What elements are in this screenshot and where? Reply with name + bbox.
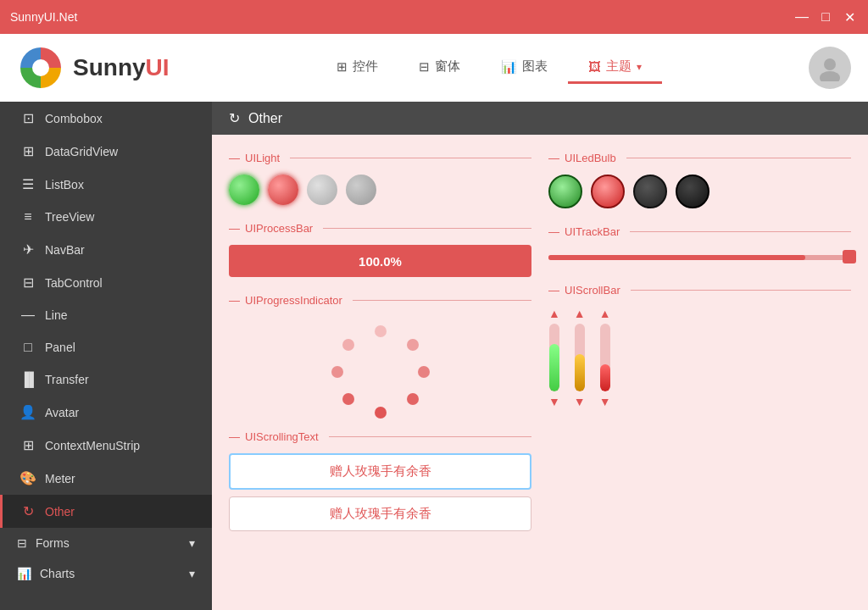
sidebar-group-label: Charts xyxy=(40,567,75,580)
sidebar-item-tabcontrol[interactable]: ⊟ TabControl xyxy=(0,266,212,299)
logo: SunnyUI xyxy=(17,44,170,92)
sidebar-item-treeview[interactable]: ≡ TreeView xyxy=(0,201,212,233)
sidebar-group-charts[interactable]: 📊 Charts ▾ xyxy=(0,558,212,589)
uiscrollingtext-section: UIScrollingText 赠人玫瑰手有余香 赠人玫瑰手有余香 xyxy=(229,430,531,531)
led-dark2 xyxy=(676,175,709,208)
theme-label: 主题 xyxy=(606,58,632,75)
scroll-track-1 xyxy=(549,324,559,391)
process-bar-value: 100.0% xyxy=(359,254,402,269)
forms-chevron-icon: ▾ xyxy=(189,536,195,550)
sidebar-item-meter[interactable]: 🎨 Meter xyxy=(0,462,212,495)
led-red xyxy=(591,175,625,208)
light-gray xyxy=(307,175,337,205)
trackbar-thumb[interactable] xyxy=(843,250,856,263)
sidebar-item-label: Line xyxy=(45,308,67,322)
trackbar-fill xyxy=(548,255,805,260)
sidebar-item-label: ListBox xyxy=(45,178,84,191)
controls-icon: ⊞ xyxy=(337,59,348,75)
led-row xyxy=(548,175,851,208)
tabcontrol-icon: ⊟ xyxy=(19,274,36,291)
scroll-up-arrow-3[interactable]: ▲ xyxy=(599,307,611,320)
sidebar-item-avatar[interactable]: 👤 Avatar xyxy=(0,396,212,429)
nav-tab-charts[interactable]: 📊 图表 xyxy=(481,52,568,84)
uitrackbar-section: UITrackBar xyxy=(548,225,851,267)
uiscrollingtext-title: UIScrollingText xyxy=(229,430,531,443)
scrollbar-group: ▲ ▼ ▲ xyxy=(548,307,851,408)
scroll-fill-2 xyxy=(575,354,585,391)
uiledbulb-section: UILedBulb xyxy=(548,152,851,208)
scroll-fill-1 xyxy=(549,344,559,391)
combobox-icon: ⊡ xyxy=(19,110,36,126)
scrollbar-col-3: ▲ ▼ xyxy=(599,307,611,408)
sidebar-item-listbox[interactable]: ☰ ListBox xyxy=(0,168,212,201)
content-header-title: Other xyxy=(248,111,282,126)
minimize-button[interactable]: — xyxy=(793,9,810,25)
avatar-icon xyxy=(816,54,843,81)
sidebar-item-transfer[interactable]: ▐▌ Transfer xyxy=(0,363,212,396)
forms-label: 窗体 xyxy=(435,58,460,75)
transfer-icon: ▐▌ xyxy=(19,372,36,387)
nav-tab-controls[interactable]: ⊞ 控件 xyxy=(316,52,398,84)
sidebar-item-label: ContextMenuStrip xyxy=(45,439,140,452)
logo-icon xyxy=(17,44,64,92)
svg-point-3 xyxy=(820,71,840,81)
theme-dropdown-icon: ▾ xyxy=(637,61,642,73)
sidebar-group-label: Forms xyxy=(36,536,70,550)
uitrackbar-title: UITrackBar xyxy=(548,225,851,238)
sidebar-item-label: TabControl xyxy=(45,276,103,290)
content-body: UILight UIProcessBar 100.0% xyxy=(212,135,868,548)
maximize-button[interactable]: □ xyxy=(817,9,834,25)
scroll-up-arrow-2[interactable]: ▲ xyxy=(574,307,586,320)
content-header: ↻ Other xyxy=(212,102,868,135)
controls-label: 控件 xyxy=(353,58,378,75)
sidebar-item-navbar[interactable]: ✈ NavBar xyxy=(0,233,212,266)
logo-text-black: Sunny xyxy=(73,54,146,80)
sidebar-group-forms[interactable]: ⊟ Forms ▾ xyxy=(0,528,212,558)
content-header-icon: ↻ xyxy=(229,110,240,126)
panel-icon: □ xyxy=(19,340,36,355)
treeview-icon: ≡ xyxy=(19,209,36,225)
light-red xyxy=(268,175,298,205)
listbox-icon: ☰ xyxy=(19,176,36,192)
led-green xyxy=(548,175,582,208)
sidebar-item-label: Transfer xyxy=(45,373,89,386)
uiprogressindicator-title: UIProgressIndicator xyxy=(229,294,531,307)
scrolling-text-1[interactable]: 赠人玫瑰手有余香 xyxy=(229,453,531,490)
nav-tab-theme[interactable]: 🖼 主题 ▾ xyxy=(568,52,662,84)
uiscrollbar-title: UIScrollBar xyxy=(548,284,851,297)
sidebar-item-label: TreeView xyxy=(45,210,94,224)
sidebar-item-datagridview[interactable]: ⊞ DataGridView xyxy=(0,135,212,168)
process-bar: 100.0% xyxy=(229,245,531,277)
charts-sidebar-icon: 📊 xyxy=(17,567,31,580)
uilight-section: UILight xyxy=(229,152,531,205)
sidebar-item-line[interactable]: — Line xyxy=(0,299,212,331)
trackbar-track xyxy=(548,255,851,260)
other-icon: ↻ xyxy=(19,503,36,519)
sidebar-item-panel[interactable]: □ Panel xyxy=(0,331,212,363)
uiprocessbar-section: UIProcessBar 100.0% xyxy=(229,222,531,277)
svg-point-1 xyxy=(32,59,49,76)
uilight-title: UILight xyxy=(229,152,531,164)
scroll-down-arrow-2[interactable]: ▼ xyxy=(574,395,586,408)
nav-tab-forms[interactable]: ⊟ 窗体 xyxy=(398,52,481,84)
scroll-up-arrow-1[interactable]: ▲ xyxy=(548,307,560,320)
scroll-down-arrow-1[interactable]: ▼ xyxy=(548,395,560,408)
sidebar-item-combobox[interactable]: ⊡ Combobox xyxy=(0,102,212,135)
sidebar-item-label: Combobox xyxy=(45,112,103,125)
sidebar: ⊡ Combobox ⊞ DataGridView ☰ ListBox ≡ Tr… xyxy=(0,102,212,610)
meter-icon: 🎨 xyxy=(19,470,36,486)
forms-icon: ⊟ xyxy=(419,59,430,75)
charts-label: 图表 xyxy=(522,58,548,75)
app-title: SunnyUI.Net xyxy=(10,10,77,24)
trackbar[interactable] xyxy=(548,248,851,267)
scrollbar-col-2: ▲ ▼ xyxy=(574,307,586,408)
sidebar-item-other[interactable]: ↻ Other xyxy=(0,495,212,528)
close-button[interactable]: ✕ xyxy=(841,9,858,25)
charts-chevron-icon: ▾ xyxy=(189,567,195,580)
led-dark xyxy=(633,175,667,208)
scrolling-text-2[interactable]: 赠人玫瑰手有余香 xyxy=(229,496,531,531)
sidebar-item-contextmenustrip[interactable]: ⊞ ContextMenuStrip xyxy=(0,429,212,462)
line-icon: — xyxy=(19,308,36,323)
titlebar: SunnyUI.Net — □ ✕ xyxy=(0,0,868,34)
scroll-down-arrow-3[interactable]: ▼ xyxy=(599,395,611,408)
